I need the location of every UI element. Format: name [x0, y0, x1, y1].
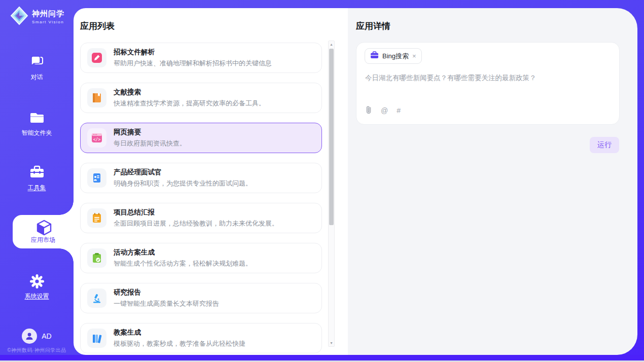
sidebar-item-settings[interactable]: 系统设置	[0, 274, 74, 301]
app-detail-panel: 应用详情 Bing搜索 × 今日湖北有哪些新闻要点？有哪些需要关注的最新政策？ …	[348, 8, 637, 355]
app-card-bid-document-parsing[interactable]: 招标文件解析 帮助用户快速、准确地理解和解析招标书中的关键信息	[80, 43, 322, 73]
app-card-project-summary-report[interactable]: 项目总结汇报 全面回顾项目进展，总结经验教训，助力未来优化发展。	[80, 203, 322, 233]
app-list-title: 应用列表	[80, 20, 115, 32]
svg-text:</>: </>	[93, 137, 101, 142]
sidebar-item-label: 系统设置	[25, 292, 49, 301]
interview-doc-icon	[87, 168, 106, 188]
sidebar-item-chat[interactable]: 对话	[0, 55, 74, 82]
cube-icon	[35, 219, 51, 233]
app-desc: 智能生成个性化活动方案，轻松解决规划难题。	[114, 259, 252, 268]
folder-icon	[29, 111, 45, 125]
close-icon[interactable]: ×	[412, 53, 416, 59]
app-name: 招标文件解析	[114, 48, 272, 57]
sidebar-item-smart-folder[interactable]: 智能文件夹	[0, 111, 74, 137]
sidebar-item-label: 工具集	[28, 184, 46, 192]
scroll-up-arrow-icon[interactable]: ▲	[329, 43, 334, 46]
tool-tag-label: Bing搜索	[382, 52, 409, 61]
app-card-research-report[interactable]: 研究报告 一键智能生成高质量长文本研究报告	[80, 283, 322, 313]
run-button[interactable]: 运行	[590, 137, 619, 153]
sidebar-item-label: 对话	[31, 73, 43, 82]
toolbox-icon	[29, 165, 45, 179]
gear-icon	[29, 274, 45, 288]
at-sign-icon[interactable]: @	[381, 106, 388, 115]
app-name: 教案生成	[114, 328, 245, 337]
app-detail-title: 应用详情	[356, 20, 390, 32]
app-desc: 一键智能生成高质量长文本研究报告	[114, 299, 219, 308]
app-desc: 全面回顾项目进展，总结经验教训，助力未来优化发展。	[114, 219, 278, 228]
sidebar-item-app-market[interactable]: 应用市场	[13, 215, 74, 248]
books-icon	[87, 329, 106, 348]
app-card-literature-search[interactable]: 文献搜索 快速精准查找学术资源，提高研究效率的必备工具。	[80, 83, 322, 113]
copyright-text: ©神州数码·神州问学出品	[0, 347, 74, 354]
list-scrollbar[interactable]: ▲ ▼	[328, 41, 335, 347]
app-name: 活动方案生成	[114, 248, 252, 257]
app-card-list: 招标文件解析 帮助用户快速、准确地理解和解析招标书中的关键信息 文献搜索 快速精…	[80, 43, 322, 355]
user-initials: AD	[42, 332, 51, 340]
user-account[interactable]: AD	[0, 329, 74, 344]
sidebar-item-label: 应用市场	[31, 236, 55, 244]
sidebar: 神州问学 Smart Vision 对话 智能文件夹	[0, 0, 74, 362]
app-desc: 帮助用户快速、准确地理解和解析招标书中的关键信息	[114, 59, 272, 68]
app-card-lesson-plan-generation[interactable]: 教案生成 模板驱动，教案秒成，教学准备从此轻松快捷	[80, 323, 322, 353]
notepad-icon	[87, 208, 106, 228]
sidebar-item-toolset[interactable]: 工具集	[0, 165, 74, 192]
app-card-event-plan-generation[interactable]: 活动方案生成 智能生成个性化活动方案，轻松解决规划难题。	[80, 243, 322, 273]
diamond-logo-icon	[10, 6, 28, 27]
app-name: 网页摘要	[114, 128, 186, 137]
app-desc: 快速精准查找学术资源，提高研究效率的必备工具。	[114, 99, 265, 108]
app-card-pm-interviewer[interactable]: 产品经理面试官 明确身份和职责，为您提供专业性的面试问题。	[80, 163, 322, 193]
clipboard-check-icon	[87, 248, 106, 268]
attachment-toolbar: @ #	[365, 105, 401, 116]
brand-name: 神州问学	[32, 9, 64, 19]
app-desc: 每日政府新闻资讯快查。	[114, 139, 186, 148]
bottom-accent-bar	[0, 355, 644, 360]
brand-tagline: Smart Vision	[32, 20, 64, 24]
webpage-code-icon: </>	[87, 128, 106, 148]
brand-logo: 神州问学 Smart Vision	[10, 6, 64, 27]
prompt-card[interactable]: Bing搜索 × 今日湖北有哪些新闻要点？有哪些需要关注的最新政策？ @ #	[356, 42, 620, 125]
briefcase-icon	[370, 51, 379, 61]
avatar	[22, 329, 37, 344]
edit-square-icon	[87, 48, 106, 67]
app-desc: 明确身份和职责，为您提供专业性的面试问题。	[114, 179, 252, 188]
app-name: 产品经理面试官	[114, 168, 252, 177]
chat-icon	[29, 55, 45, 69]
hash-icon[interactable]: #	[397, 106, 401, 115]
tool-tag-bing-search[interactable]: Bing搜索 ×	[365, 48, 422, 64]
app-card-webpage-summary[interactable]: </> 网页摘要 每日政府新闻资讯快查。	[80, 123, 322, 153]
app-name: 项目总结汇报	[114, 208, 278, 217]
sidebar-item-label: 智能文件夹	[22, 129, 52, 137]
app-desc: 模板驱动，教案秒成，教学准备从此轻松快捷	[114, 339, 245, 348]
scroll-down-arrow-icon[interactable]: ▼	[329, 341, 334, 345]
app-list-panel: 应用列表 招标文件解析 帮助用户快速、准确地理解和解析招标书中的关键信息	[74, 8, 348, 355]
app-name: 研究报告	[114, 288, 219, 297]
scrollbar-thumb[interactable]	[329, 49, 334, 225]
query-text[interactable]: 今日湖北有哪些新闻要点？有哪些需要关注的最新政策？	[365, 74, 611, 83]
app-name: 文献搜索	[114, 88, 265, 97]
book-icon	[87, 88, 106, 107]
microscope-icon	[87, 288, 106, 308]
paperclip-icon[interactable]	[365, 105, 372, 116]
